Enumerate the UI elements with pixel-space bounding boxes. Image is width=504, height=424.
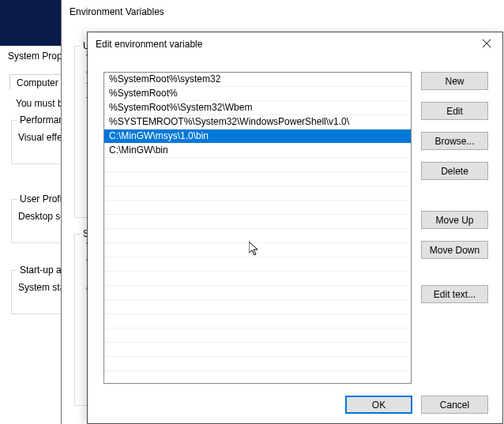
ok-button[interactable]: OK [345, 396, 412, 414]
path-entry-row [104, 186, 411, 201]
move-up-button[interactable]: Move Up [421, 211, 488, 229]
path-entry-row [104, 158, 411, 172]
edit-text-button[interactable]: Edit text... [421, 285, 488, 303]
path-entry-row[interactable]: C:\MinGW\msys\1.0\bin [104, 129, 411, 144]
close-button[interactable] [477, 36, 496, 51]
delete-button[interactable]: Delete [421, 162, 488, 180]
path-entry-row [104, 357, 411, 371]
environment-variables-title: Environment Variables [70, 6, 164, 17]
path-entry-row [104, 243, 411, 257]
path-entry-row [104, 343, 411, 357]
path-entry-row [104, 229, 411, 243]
path-entry-row[interactable]: C:\MinGW\bin [104, 144, 411, 158]
path-entry-row [104, 172, 411, 186]
browse-button[interactable]: Browse... [421, 132, 488, 150]
path-entry-row[interactable]: %SYSTEMROOT%\System32\WindowsPowerShell\… [104, 115, 411, 129]
path-entry-row [104, 314, 411, 328]
path-entry-row [104, 371, 411, 384]
cancel-button[interactable]: Cancel [421, 396, 488, 414]
system-properties-window: System Properties Computer Name You must… [0, 0, 62, 424]
path-entry-row [104, 300, 411, 314]
close-icon [483, 39, 491, 47]
path-entry-row [104, 272, 411, 286]
path-entry-row [104, 286, 411, 300]
path-entry-row [104, 328, 411, 343]
new-button[interactable]: New [421, 72, 488, 90]
path-entry-row [104, 257, 411, 272]
path-entry-row[interactable]: %SystemRoot%\System32\Wbem [104, 101, 411, 115]
path-entry-row[interactable]: %SystemRoot%\system32 [104, 73, 411, 87]
move-down-button[interactable]: Move Down [421, 241, 488, 259]
path-entry-row [104, 215, 411, 229]
path-entries-listbox[interactable]: %SystemRoot%\system32%SystemRoot%%System… [103, 72, 412, 384]
dialog-title: Edit environment variable [96, 39, 202, 50]
dialog-titlebar: Edit environment variable [88, 32, 502, 56]
edit-environment-variable-dialog: Edit environment variable %SystemRoot%\s… [87, 32, 503, 424]
path-entry-row[interactable]: %SystemRoot% [104, 87, 411, 101]
edit-button[interactable]: Edit [421, 102, 488, 120]
path-entry-row [104, 201, 411, 215]
titlebar-accent [0, 0, 62, 46]
